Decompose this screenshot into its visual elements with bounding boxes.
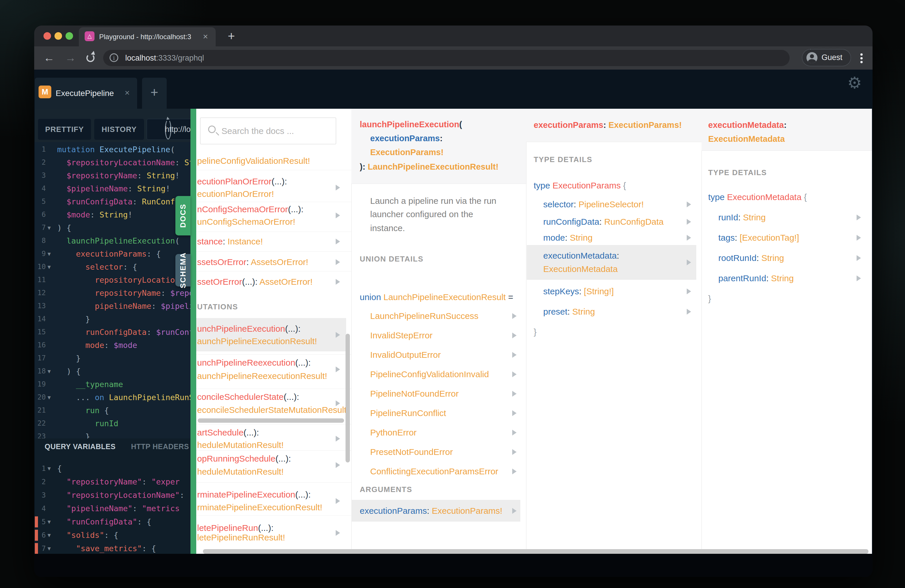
- chevron-right-icon[interactable]: [336, 367, 340, 372]
- doc-list-item[interactable]: ssetOrError(...): AssetOrError!: [197, 275, 313, 288]
- fold-caret-icon[interactable]: ▾: [48, 221, 51, 234]
- chevron-right-icon[interactable]: [512, 449, 516, 455]
- union-member-item[interactable]: PipelineConfigValidationInvalid: [370, 368, 489, 381]
- forward-button[interactable]: →: [65, 46, 76, 70]
- chevron-right-icon[interactable]: [687, 289, 691, 294]
- chevron-right-icon[interactable]: [687, 202, 691, 207]
- chevron-right-icon[interactable]: [512, 410, 516, 416]
- type-field-item[interactable]: runConfigData: RunConfigData: [543, 215, 664, 228]
- chevron-right-icon[interactable]: [336, 530, 340, 536]
- type-field-item[interactable]: ExecutionMetadata: [543, 263, 618, 275]
- doc-list-item[interactable]: concileSchedulerState(...):: [197, 391, 299, 403]
- doc-list-item[interactable]: pelineConfigValidationResult!: [197, 154, 310, 167]
- docs-vertical-scrollbar[interactable]: [346, 334, 350, 462]
- union-member-item[interactable]: LaunchPipelineRunSuccess: [370, 310, 479, 323]
- query-variables-panel[interactable]: QUERY VARIABLES HTTP HEADERS 1▾{2 "repos…: [35, 439, 191, 554]
- history-button[interactable]: HISTORY: [94, 119, 144, 140]
- union-member-item[interactable]: InvalidStepError: [370, 329, 432, 342]
- fold-caret-icon[interactable]: ▾: [48, 365, 51, 378]
- chevron-right-icon[interactable]: [512, 508, 516, 514]
- doc-list-item[interactable]: ecutionPlanOrError(...):: [197, 175, 287, 188]
- union-member-item[interactable]: PresetNotFoundError: [370, 446, 453, 458]
- doc-list-item[interactable]: unConfigSchemaOrError!: [197, 215, 295, 228]
- doc-list-item[interactable]: letePipelineRunResult!: [197, 531, 285, 544]
- new-tab-button[interactable]: +: [222, 28, 240, 45]
- chevron-right-icon[interactable]: [336, 238, 340, 245]
- union-member-item[interactable]: PipelineRunConflict: [370, 407, 446, 420]
- playground-tab-close-icon[interactable]: ×: [125, 78, 130, 109]
- doc-list-item[interactable]: opRunningSchedule(...):: [197, 452, 291, 465]
- chevron-right-icon[interactable]: [512, 391, 516, 397]
- settings-gear-icon[interactable]: ⚙: [845, 74, 864, 92]
- list-horizontal-scrollbar[interactable]: [198, 418, 344, 423]
- chevron-right-icon[interactable]: [336, 436, 340, 442]
- schema-side-tab[interactable]: SCHEMA: [175, 254, 191, 286]
- endpoint-input[interactable]: http://loc: [147, 119, 191, 140]
- type-field-item[interactable]: selector: PipelineSelector!: [543, 198, 644, 211]
- chevron-right-icon[interactable]: [336, 259, 340, 265]
- chevron-right-icon[interactable]: [687, 259, 691, 265]
- minimize-window-button[interactable]: [54, 32, 62, 40]
- type-field-item[interactable]: runId: String: [718, 211, 765, 224]
- doc-list-item[interactable]: heduleMutationResult!: [197, 466, 284, 478]
- union-member-item[interactable]: PipelineNotFoundError: [370, 387, 459, 400]
- doc-list-item[interactable]: rminatePipelineExecutionResult!: [197, 501, 322, 514]
- tab-query-variables[interactable]: QUERY VARIABLES: [44, 441, 116, 452]
- chevron-right-icon[interactable]: [512, 372, 516, 377]
- browser-menu-button[interactable]: [859, 49, 864, 67]
- doc-list-item[interactable]: artSchedule(...):: [197, 426, 259, 439]
- chevron-right-icon[interactable]: [512, 430, 516, 435]
- type-field-item[interactable]: mode: String: [543, 231, 592, 244]
- playground-new-tab-button[interactable]: +: [142, 78, 167, 109]
- type-field-item[interactable]: preset: String: [543, 305, 595, 318]
- site-info-icon[interactable]: i: [110, 53, 118, 62]
- doc-list-item[interactable]: rminatePipelineExecution(...):: [197, 488, 311, 501]
- query-editor-panel[interactable]: PRETTIFY HISTORY http://loc 1mutation Ex…: [35, 109, 191, 554]
- chevron-right-icon[interactable]: [687, 309, 691, 315]
- type-field-item[interactable]: tags: [ExecutionTag!]: [718, 231, 799, 244]
- doc-list-item[interactable]: stance: Instance!: [197, 235, 263, 248]
- doc-list-item[interactable]: ecutionPlanOrError!: [197, 188, 274, 200]
- chevron-right-icon[interactable]: [336, 279, 340, 285]
- prettify-button[interactable]: PRETTIFY: [38, 119, 91, 140]
- back-button[interactable]: ←: [43, 46, 54, 70]
- chevron-right-icon[interactable]: [336, 332, 340, 338]
- doc-list-item[interactable]: unchPipelineReexecution(...):: [197, 356, 311, 369]
- doc-list-item[interactable]: aunchPipelineExecutionResult!: [197, 335, 317, 348]
- chevron-right-icon[interactable]: [857, 275, 861, 281]
- union-member-item[interactable]: InvalidOutputError: [370, 348, 441, 361]
- chevron-right-icon[interactable]: [512, 313, 516, 319]
- zoom-window-button[interactable]: [65, 32, 73, 40]
- fold-caret-icon[interactable]: ▾: [48, 261, 51, 273]
- chevron-right-icon[interactable]: [336, 400, 340, 406]
- doc-list-item[interactable]: unchPipelineExecution(...):: [197, 323, 301, 335]
- reload-button[interactable]: [86, 54, 95, 62]
- docs-side-tab[interactable]: DOCS: [175, 196, 191, 235]
- fold-caret-icon[interactable]: ▾: [48, 529, 51, 542]
- chevron-right-icon[interactable]: [512, 352, 516, 358]
- doc-list-item[interactable]: nConfigSchemaOrError(...):: [197, 203, 303, 216]
- fold-caret-icon[interactable]: ▾: [48, 391, 51, 404]
- chevron-right-icon[interactable]: [687, 235, 691, 241]
- union-member-item[interactable]: ConflictingExecutionParamsError: [370, 465, 498, 478]
- fold-caret-icon[interactable]: ▾: [48, 542, 51, 554]
- fold-caret-icon[interactable]: ▾: [48, 462, 51, 475]
- fold-caret-icon[interactable]: ▾: [48, 247, 51, 261]
- chevron-right-icon[interactable]: [336, 185, 340, 191]
- doc-list-item[interactable]: heduleMutationResult!: [197, 439, 284, 451]
- tab-close-icon[interactable]: ×: [203, 27, 208, 46]
- docs-search-input[interactable]: Search the docs ...: [200, 118, 336, 145]
- union-member-item[interactable]: PythonError: [370, 426, 416, 439]
- tab-http-headers[interactable]: HTTP HEADERS: [131, 441, 189, 452]
- address-bar[interactable]: [103, 50, 790, 66]
- doc-list-item[interactable]: ssetsOrError: AssetsOrError!: [197, 256, 308, 269]
- chevron-right-icon[interactable]: [336, 498, 340, 504]
- close-window-button[interactable]: [43, 32, 51, 40]
- argument-item[interactable]: executionParams: ExecutionParams!: [360, 504, 502, 517]
- chevron-right-icon[interactable]: [857, 215, 861, 220]
- chevron-right-icon[interactable]: [857, 255, 861, 261]
- chevron-right-icon[interactable]: [336, 462, 340, 468]
- docs-divider[interactable]: [191, 109, 196, 554]
- type-field-item[interactable]: rootRunId: String: [718, 252, 784, 264]
- type-field-item[interactable]: executionMetadata:: [543, 250, 619, 262]
